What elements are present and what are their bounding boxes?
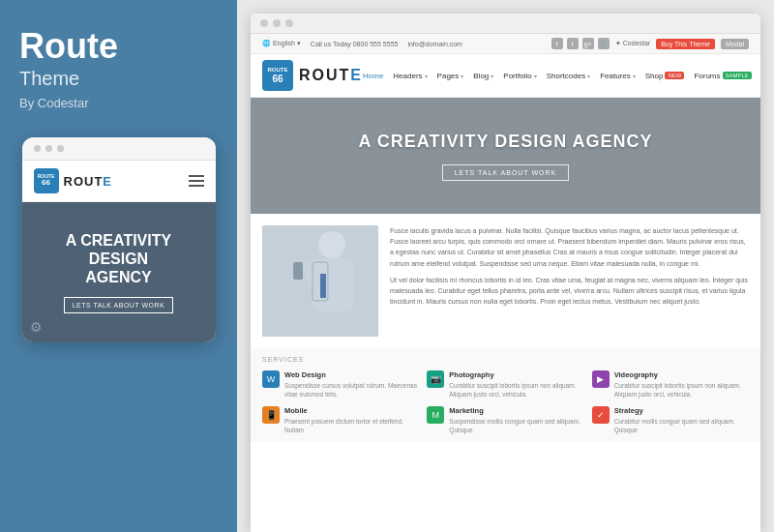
- list-item: ▶ Videography Curabitur suscipit loborti…: [592, 370, 749, 399]
- social-icons: f t g+ 🛒: [551, 38, 610, 49]
- codestar-link[interactable]: ✦ Codestar: [615, 40, 650, 47]
- service-name: Videography: [614, 370, 749, 379]
- browser-top-bar: [251, 14, 760, 34]
- site-nav: ROUTE 66 ROUTE Home Headers ▾ Pages ▾ Bl…: [251, 54, 760, 98]
- browser-dot-3: [285, 19, 293, 27]
- hero-title: A CREATIVITY DESIGN AGENCY: [358, 132, 652, 152]
- menu-blog[interactable]: Blog ▾: [473, 72, 493, 80]
- phone-number: Call us Today 0800 555 5555: [311, 41, 399, 47]
- list-item: 📷 Photography Curabitur suscipit loborti…: [427, 370, 583, 399]
- left-panel: Route Theme By Codestar ROUTE 66 ROUTE: [0, 0, 237, 532]
- service-name: Photography: [449, 370, 583, 379]
- content-text: Fusce iaculis gravida lacus a pulvinar. …: [390, 225, 749, 337]
- menu-portfolio[interactable]: Portfolio ▾: [503, 72, 536, 80]
- strategy-icon: ✓: [592, 406, 610, 424]
- theme-title: Route: [19, 29, 218, 64]
- service-name: Strategy: [614, 406, 749, 415]
- mobile-preview: ROUTE 66 ROUTE A CREATIVITYDESIGNAGENCY …: [22, 137, 216, 342]
- gear-icon: ⚙: [30, 319, 43, 335]
- service-strategy: Strategy Curabitur mollis congue quam se…: [614, 406, 749, 434]
- service-name: Mobile: [284, 406, 419, 415]
- menu-shop[interactable]: Shop NEW: [645, 72, 685, 80]
- service-desc: Suspendisse mollis congue quam sed aliqu…: [449, 417, 583, 434]
- language-selector[interactable]: 🌐 English ▾: [262, 40, 301, 47]
- mobile-dot-2: [45, 145, 52, 152]
- list-item: M Marketing Suspendisse mollis congue qu…: [427, 406, 583, 434]
- cart-icon[interactable]: 🛒: [598, 38, 610, 49]
- site-content: Fusce iaculis gravida lacus a pulvinar. …: [251, 214, 760, 348]
- hero-content: A CREATIVITY DESIGN AGENCY LETS TALK ABO…: [358, 132, 652, 181]
- browser-dot-2: [273, 19, 281, 27]
- services-title: SERVICES: [262, 356, 749, 363]
- site-top-bar: 🌐 English ▾ Call us Today 0800 555 5555 …: [251, 34, 760, 54]
- mobile-nav: ROUTE 66 ROUTE: [22, 161, 216, 202]
- google-plus-icon[interactable]: g+: [582, 38, 594, 49]
- service-videography: Videography Curabitur suscipit lobortis …: [614, 370, 749, 399]
- site-top-bar-left: 🌐 English ▾ Call us Today 0800 555 5555 …: [262, 40, 462, 47]
- svg-rect-4: [293, 262, 303, 280]
- service-desc: Curabitur mollis congue quam sed aliquam…: [614, 417, 749, 434]
- buy-theme-button[interactable]: Buy This Theme: [656, 39, 715, 49]
- content-image: [262, 225, 378, 337]
- mobile-dot-1: [34, 145, 41, 152]
- service-photography: Photography Curabitur suscipit lobortis …: [449, 370, 583, 399]
- hamburger-icon[interactable]: [189, 175, 204, 187]
- menu-forums[interactable]: Forums SAMPLE: [694, 72, 751, 80]
- theme-author: By Codestar: [19, 96, 218, 110]
- list-item: 📱 Mobile Praesent posuere dictum tortor …: [262, 406, 419, 434]
- browser-window: 🌐 English ▾ Call us Today 0800 555 5555 …: [251, 14, 760, 532]
- mobile-logo: ROUTE 66 ROUTE: [34, 168, 113, 193]
- web-design-icon: W: [262, 370, 280, 388]
- marketing-icon: M: [427, 406, 444, 424]
- modal-button[interactable]: Modal: [721, 39, 749, 49]
- twitter-icon[interactable]: t: [567, 38, 579, 49]
- photography-icon: 📷: [427, 370, 444, 388]
- person-illustration: [262, 225, 378, 337]
- menu-shortcodes[interactable]: Shortcodes ▾: [547, 72, 590, 80]
- hero-cta-button[interactable]: LETS TALK ABOUT WORK: [442, 164, 570, 181]
- mobile-hero-text: A CREATIVITYDESIGNAGENCY: [66, 231, 171, 287]
- site-menu: Home Headers ▾ Pages ▾ Blog ▾ Portfolio …: [363, 72, 760, 80]
- content-paragraph-1: Fusce iaculis gravida lacus a pulvinar. …: [390, 225, 749, 269]
- services-section: SERVICES W Web Design Suspendisse cursus…: [251, 348, 760, 442]
- site-top-bar-right: f t g+ 🛒 ✦ Codestar Buy This Theme Modal: [551, 38, 749, 49]
- list-item: W Web Design Suspendisse cursus volutpat…: [262, 370, 419, 399]
- site-logo: ROUTE 66 ROUTE: [262, 60, 363, 91]
- mobile-route-badge: ROUTE 66: [34, 168, 59, 193]
- service-mobile: Mobile Praesent posuere dictum tortor et…: [284, 406, 419, 434]
- list-item: ✓ Strategy Curabitur mollis congue quam …: [592, 406, 749, 434]
- videography-icon: ▶: [592, 370, 610, 388]
- browser-dot-1: [260, 19, 268, 27]
- site-route-badge: ROUTE 66: [262, 60, 293, 91]
- service-name: Web Design: [284, 370, 419, 379]
- email-address: info@domain.com: [407, 41, 462, 47]
- service-marketing: Marketing Suspendisse mollis congue quam…: [449, 406, 583, 434]
- mobile-dot-3: [57, 145, 64, 152]
- service-desc: Praesent posuere dictum tortor et eleife…: [284, 417, 419, 434]
- theme-subtitle: Theme: [19, 68, 218, 90]
- svg-point-1: [318, 231, 345, 258]
- service-desc: Curabitur suscipit lobortis ipsum non al…: [449, 381, 583, 399]
- service-desc: Suspendisse cursus volutpat rutrum. Maec…: [284, 381, 419, 399]
- mobile-logo-text: ROUTE: [64, 174, 113, 189]
- mobile-hero-button[interactable]: LETS TALK ABOUT WORK: [64, 297, 174, 313]
- menu-headers[interactable]: Headers ▾: [393, 72, 427, 80]
- svg-rect-5: [320, 274, 326, 298]
- facebook-icon[interactable]: f: [551, 38, 563, 49]
- menu-pages[interactable]: Pages ▾: [437, 72, 464, 80]
- menu-features[interactable]: Features ▾: [600, 72, 636, 80]
- mobile-top-bar: [22, 137, 216, 161]
- content-paragraph-2: Ut vel dolor facilisis mi rhoncus lobort…: [390, 275, 749, 308]
- services-grid: W Web Design Suspendisse cursus volutpat…: [262, 370, 749, 434]
- mobile-hero: A CREATIVITYDESIGNAGENCY LETS TALK ABOUT…: [22, 202, 216, 342]
- service-desc: Curabitur suscipit lobortis ipsum non al…: [614, 381, 749, 399]
- service-web-design: Web Design Suspendisse cursus volutpat r…: [284, 370, 419, 399]
- site-logo-text: ROUTE: [299, 67, 363, 84]
- service-name: Marketing: [449, 406, 583, 415]
- mobile-icon: 📱: [262, 406, 280, 424]
- menu-home[interactable]: Home: [363, 72, 383, 80]
- right-panel: 🌐 English ▾ Call us Today 0800 555 5555 …: [237, 0, 774, 532]
- site-hero: A CREATIVITY DESIGN AGENCY LETS TALK ABO…: [251, 98, 760, 214]
